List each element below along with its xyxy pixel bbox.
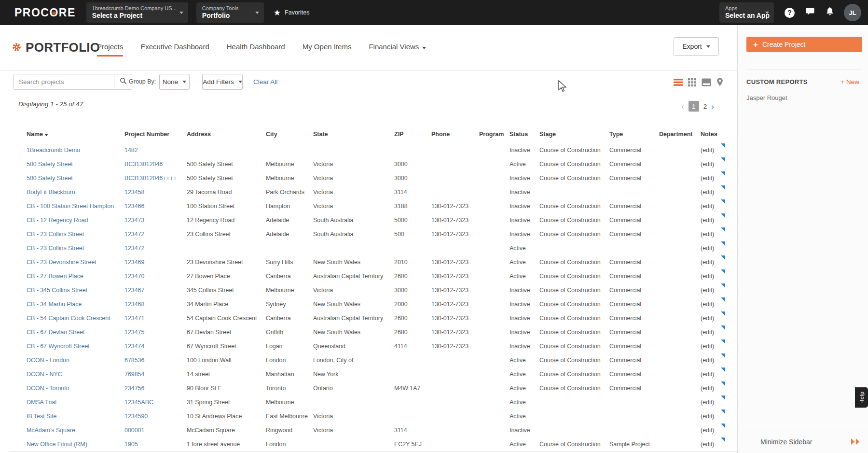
column-header-phone[interactable]: Phone	[431, 131, 479, 138]
column-header-project-number[interactable]: Project Number	[124, 131, 187, 138]
table-row: 500 Safety StreetBC313012046500 Safety S…	[27, 157, 725, 171]
favorites-button[interactable]: ★ Favorites	[274, 9, 310, 17]
apps-selector-dropdown[interactable]: Apps Select an App	[719, 2, 774, 23]
tab-my-open-items[interactable]: My Open Items	[303, 42, 352, 57]
cell-number[interactable]: 123469	[124, 259, 187, 266]
cell-number[interactable]: 12345ABC	[124, 399, 187, 406]
column-header-state[interactable]: State	[313, 131, 394, 138]
card-view-icon[interactable]	[702, 78, 711, 86]
column-header-city[interactable]: City	[266, 131, 313, 138]
cell-name[interactable]: CB - 67 Wyncroft Street	[27, 343, 124, 350]
cell-name[interactable]: CB - 23 Collins Street	[27, 245, 124, 252]
export-button[interactable]: Export	[674, 37, 719, 56]
column-header-notes[interactable]: Notes	[701, 131, 725, 138]
avatar[interactable]: JL	[844, 4, 861, 21]
chat-button[interactable]	[805, 7, 815, 18]
cell-name[interactable]: DCON - NYC	[27, 371, 124, 378]
column-header-program[interactable]: Program	[479, 131, 510, 138]
cell-number[interactable]: 234756	[124, 385, 187, 392]
cell-name[interactable]: BodyFit Blackburn	[27, 189, 124, 196]
cell-name[interactable]: DMSA Trial	[27, 399, 124, 406]
cell-number[interactable]: 123475	[124, 329, 187, 336]
cell-address: 29 Tacoma Road	[187, 189, 266, 196]
cell-number[interactable]: BC313012046	[124, 161, 187, 168]
cell-number[interactable]: 123474	[124, 343, 187, 350]
cell-type: Commercial	[609, 259, 659, 266]
column-header-name[interactable]: Name	[27, 131, 124, 138]
tab-executive-dashboard[interactable]: Executive Dashboard	[140, 42, 209, 57]
cell-number[interactable]: 123473	[124, 217, 187, 224]
help-button[interactable]: ?	[785, 8, 795, 18]
cell-name[interactable]: CB - 54 Captain Cook Crescent	[27, 315, 124, 322]
cell-name[interactable]: 500 Safety Street	[27, 161, 124, 168]
cell-number[interactable]: 123468	[124, 301, 187, 308]
cell-name[interactable]: DCON - Toronto	[27, 385, 124, 392]
cell-number[interactable]: 123467	[124, 287, 187, 294]
company-tools-dropdown[interactable]: Company Tools Portfolio	[196, 2, 264, 23]
cell-name[interactable]: McAdam's Square	[27, 427, 124, 434]
cell-number[interactable]: 769854	[124, 371, 187, 378]
page-1-button[interactable]: 1	[689, 101, 699, 112]
cell-number[interactable]: BC313012046++++	[124, 175, 187, 182]
cell-stage: Course of Construction	[539, 371, 609, 378]
gear-icon[interactable]	[12, 42, 21, 54]
cell-number[interactable]: 000001	[124, 427, 187, 434]
column-header-status[interactable]: Status	[510, 131, 539, 138]
cell-name[interactable]: CB - 12 Regency Road	[27, 217, 124, 224]
cell-number[interactable]: 123471	[124, 315, 187, 322]
cell-number[interactable]: 123470	[124, 273, 187, 280]
cell-name[interactable]: 500 Safety Street	[27, 175, 124, 182]
cell-name[interactable]: DCON - London	[27, 357, 124, 364]
new-report-link[interactable]: + New	[840, 78, 859, 85]
group-by-dropdown[interactable]: None	[159, 74, 190, 90]
search-input[interactable]	[14, 74, 114, 89]
grid-view-icon[interactable]	[688, 78, 696, 86]
cell-number[interactable]: 123466	[124, 203, 187, 210]
clear-all-link[interactable]: Clear All	[253, 78, 277, 85]
column-header-address[interactable]: Address	[187, 131, 266, 138]
cell-stage: Course of Construction	[539, 203, 609, 210]
map-view-icon[interactable]	[716, 78, 723, 86]
column-header-zip[interactable]: ZIP	[394, 131, 431, 138]
cell-name[interactable]: CB - 23 Collins Street	[27, 231, 124, 238]
logo-o-mark: O	[49, 6, 58, 19]
sort-descending-icon	[44, 134, 48, 136]
page-2-button[interactable]: 2	[703, 103, 707, 110]
cell-number[interactable]: 1482	[124, 147, 187, 154]
notifications-button[interactable]	[826, 7, 834, 18]
column-header-stage[interactable]: Stage	[539, 131, 609, 138]
list-view-icon[interactable]	[674, 79, 683, 86]
next-page-chevron[interactable]: ›	[711, 102, 714, 111]
chat-icon	[805, 7, 815, 18]
minimize-sidebar-button[interactable]: Minimize Sidebar	[738, 430, 868, 453]
cell-name[interactable]: 1Breadcrumb Demo	[27, 147, 124, 154]
procore-logo[interactable]: PROCORE	[14, 6, 76, 19]
cell-name[interactable]: CB - 345 Collins Street	[27, 287, 124, 294]
tab-financial-views[interactable]: Financial Views	[369, 42, 426, 57]
cell-number[interactable]: 1905	[124, 441, 187, 448]
cell-name[interactable]: CB - 34 Martin Place	[27, 301, 124, 308]
cell-zip: M4W 1A7	[394, 385, 431, 392]
tab-projects[interactable]: Projects	[97, 42, 123, 57]
cell-name[interactable]: CB - 67 Devlan Street	[27, 329, 124, 336]
cell-number[interactable]: 123472	[124, 245, 187, 252]
custom-report-item[interactable]: Jasper Rouget	[746, 94, 787, 101]
help-tab[interactable]: Help	[855, 387, 868, 408]
column-header-department[interactable]: Department	[659, 131, 701, 138]
column-header-type[interactable]: Type	[609, 131, 659, 138]
cell-number[interactable]: 123458	[124, 189, 187, 196]
cell-name[interactable]: CB - 27 Bowen Place	[27, 273, 124, 280]
previous-page-chevron[interactable]: ‹	[681, 102, 684, 111]
cell-name[interactable]: CB - 100 Station Street Hampton	[27, 203, 124, 210]
project-selector-dropdown[interactable]: 1breadcrumb Demo Company US... Select a …	[86, 2, 188, 23]
cell-name[interactable]: New Office Fitout (RM)	[27, 441, 124, 448]
cell-name[interactable]: IB Test Site	[27, 413, 124, 420]
cell-number[interactable]: 123472	[124, 231, 187, 238]
add-filters-dropdown[interactable]: Add Filters	[202, 74, 243, 90]
tab-health-dashboard[interactable]: Health Dashboard	[227, 42, 285, 57]
create-project-button[interactable]: + Create Project	[746, 37, 862, 52]
cell-number[interactable]: 1234590	[124, 413, 187, 420]
cell-name[interactable]: CB - 23 Devonshire Street	[27, 259, 124, 266]
table-row: CB - 23 Collins Street12347223 Collins S…	[27, 227, 725, 241]
cell-number[interactable]: 678536	[124, 357, 187, 364]
